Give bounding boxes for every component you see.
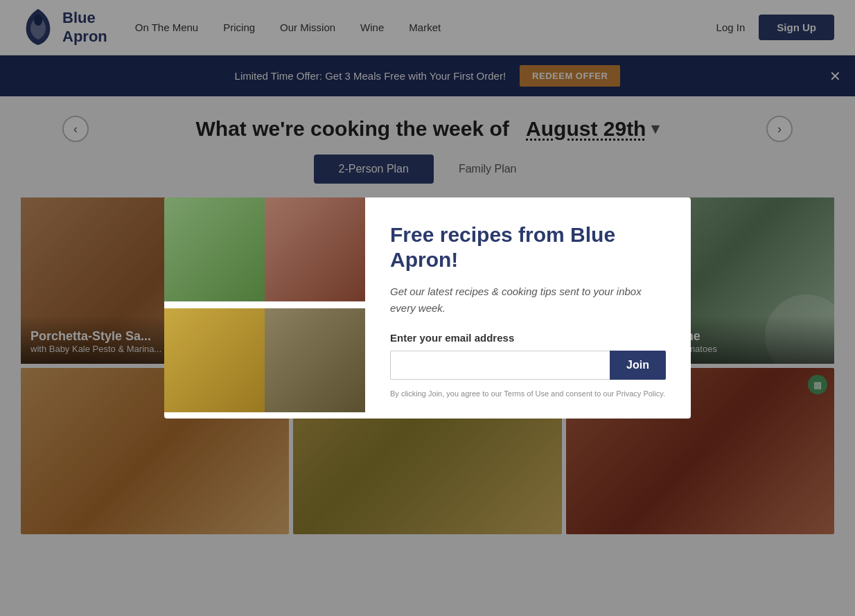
modal-images (164, 197, 365, 419)
modal-image-4 (265, 308, 365, 412)
modal-image-1 (164, 197, 265, 301)
email-signup-modal: Free recipes from Blue Apron! Get our la… (164, 197, 691, 419)
email-input[interactable] (390, 351, 610, 380)
modal-title: Free recipes from Blue Apron! (390, 222, 666, 272)
modal-description: Get our latest recipes & cooking tips se… (390, 283, 666, 317)
modal-overlay[interactable]: Free recipes from Blue Apron! Get our la… (0, 0, 855, 562)
modal-form: Join (390, 351, 666, 380)
modal-content: Free recipes from Blue Apron! Get our la… (365, 197, 691, 419)
modal-image-3 (164, 308, 265, 412)
modal-fine-print: By clicking Join, you agree to our Terms… (390, 388, 666, 400)
join-button[interactable]: Join (610, 351, 666, 380)
modal-image-2 (265, 197, 365, 301)
modal-email-label: Enter your email address (390, 332, 666, 344)
